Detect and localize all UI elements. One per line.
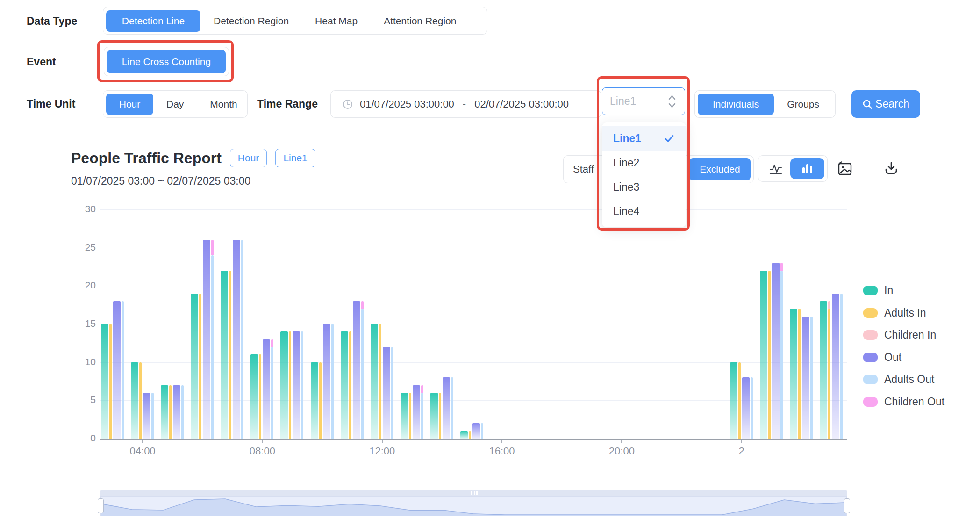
legend-item-children-in[interactable]: Children In (863, 329, 936, 341)
bar-out (383, 347, 390, 439)
y-axis-label: 20 (68, 280, 96, 291)
bar-out (143, 393, 150, 439)
legend-item-adults-out[interactable]: Adults Out (863, 373, 934, 386)
bar-out (353, 301, 360, 439)
bar-adults-out (451, 377, 453, 439)
bar-children-out (271, 339, 273, 347)
legend-item-adults-in[interactable]: Adults In (863, 307, 926, 319)
bar-adults-in (229, 271, 231, 439)
bar-adults-out (391, 347, 393, 439)
bar-adults-out (211, 255, 214, 439)
bar-adults-out (780, 271, 783, 439)
bar-adults-in (798, 309, 801, 439)
bar-in (131, 362, 138, 439)
bar-adults-in (169, 385, 172, 439)
x-axis-label: 04:00 (122, 445, 164, 457)
bar-out (293, 331, 300, 439)
bar-in (401, 393, 408, 439)
bar-adults-in (379, 324, 381, 439)
line-option-label: Line2 (613, 157, 639, 169)
legend-item-out[interactable]: Out (863, 351, 901, 364)
line-option-label: Line3 (613, 181, 639, 194)
bar-out (203, 240, 210, 439)
bar-in (371, 324, 378, 439)
bar-in (280, 331, 288, 439)
line-option-label: Line1 (613, 132, 641, 145)
gridline (100, 209, 847, 210)
bar-adults-out (751, 377, 753, 439)
bar-children-out (780, 263, 783, 270)
line-select-dropdown: Line1Line2Line3Line4 (602, 122, 686, 227)
bar-out (742, 377, 750, 439)
bar-out (413, 385, 420, 439)
legend-item-in[interactable]: In (863, 284, 893, 297)
datazoom-left-handle[interactable] (98, 498, 104, 513)
line-select[interactable]: Line1 (602, 87, 685, 115)
legend-label: In (884, 284, 893, 297)
bar-adults-out (840, 294, 843, 439)
bar-children-out (361, 301, 364, 309)
bar-adults-out (151, 393, 154, 439)
bar-adults-out (361, 309, 364, 439)
bar-in (250, 354, 258, 439)
bar-adults-out (241, 240, 243, 439)
bar-in (221, 271, 228, 439)
people-traffic-dashboard: { "filters": { "data_type": { "label": "… (0, 0, 980, 526)
bar-adults-in (828, 309, 830, 439)
line-option-line2[interactable]: Line2 (602, 151, 686, 175)
line-option-line1[interactable]: Line1 (602, 126, 686, 151)
y-axis-label: 10 (68, 356, 96, 367)
x-axis-tick (142, 440, 143, 443)
bar-children-out (211, 240, 214, 255)
datazoom-track[interactable] (100, 496, 847, 516)
bar-adults-in (289, 331, 291, 439)
bar-in (341, 331, 348, 439)
line-select-value: Line1 (610, 95, 636, 108)
bar-adults-out (481, 423, 483, 439)
line-option-line3[interactable]: Line3 (602, 175, 686, 199)
x-axis-tick (382, 440, 383, 443)
line-option-line4[interactable]: Line4 (602, 199, 686, 223)
bar-in (760, 271, 767, 439)
legend-swatch (863, 286, 878, 295)
legend-label: Children Out (884, 396, 944, 408)
select-spinner-icon[interactable] (667, 93, 677, 110)
legend-label: Out (884, 351, 901, 364)
bar-out (772, 263, 780, 439)
bar-in (161, 385, 168, 439)
bar-adults-in (319, 362, 322, 439)
legend-label: Adults In (884, 307, 926, 319)
bar-adults-out (271, 347, 273, 439)
bar-out (263, 339, 270, 439)
legend-item-children-out[interactable]: Children Out (863, 396, 944, 408)
bar-adults-in (409, 393, 411, 439)
bar-out (472, 423, 480, 439)
x-axis-tick (621, 440, 622, 443)
datazoom-move-handle-icon (471, 491, 478, 495)
datazoom-right-handle[interactable] (844, 498, 850, 513)
datazoom-move-bar[interactable] (100, 490, 847, 496)
bar-adults-in (259, 354, 261, 439)
x-axis-tick (741, 440, 742, 443)
check-icon (664, 133, 675, 144)
bar-adults-in (139, 362, 142, 439)
bar-adults-in (439, 393, 441, 439)
bar-out (802, 317, 809, 439)
bar-in (460, 431, 468, 439)
x-axis-tick (262, 440, 263, 443)
bar-in (101, 324, 108, 439)
y-axis-label: 25 (68, 242, 96, 253)
bar-adults-in (768, 271, 771, 439)
y-axis-label: 15 (68, 318, 96, 329)
x-axis-label: 12:00 (361, 445, 403, 457)
bar-adults-out (301, 331, 303, 439)
legend-swatch (863, 330, 878, 340)
bar-adults-out (331, 324, 334, 439)
bar-in (191, 294, 198, 439)
bar-adults-in (199, 294, 201, 439)
bar-in (430, 393, 438, 439)
bar-adults-out (421, 393, 423, 439)
bar-in (820, 301, 827, 439)
legend-label: Adults Out (884, 373, 934, 386)
bar-out (233, 240, 240, 439)
